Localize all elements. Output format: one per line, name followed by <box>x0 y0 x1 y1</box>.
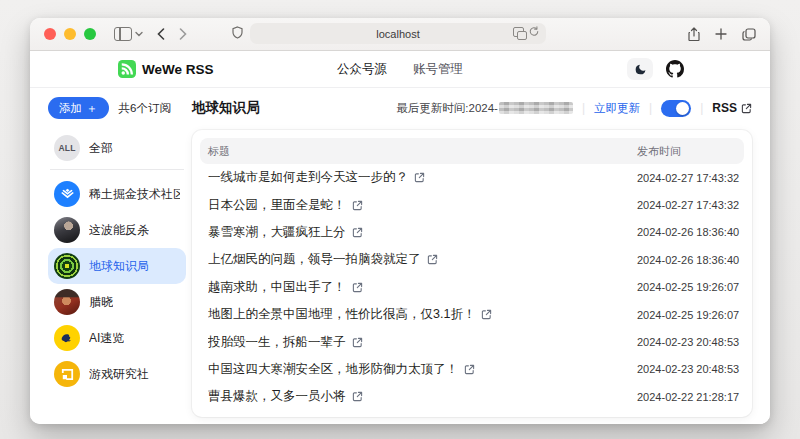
back-icon[interactable] <box>157 28 165 40</box>
publish-time: 2024-02-22 21:28:17 <box>637 391 736 403</box>
publish-time: 2024-02-23 20:48:53 <box>637 336 736 348</box>
article-title-link[interactable]: 投胎毁一生，拆船一辈子 <box>208 334 346 351</box>
sidebar-item[interactable]: 腊晓 <box>48 284 186 320</box>
nav-sources[interactable]: 公众号源 <box>337 61 387 78</box>
game-logo-icon <box>54 361 80 387</box>
user-photo-avatar <box>54 217 80 243</box>
sidebar-toggle-icon[interactable] <box>114 27 132 41</box>
external-link-icon[interactable] <box>352 282 363 293</box>
globe-logo-icon <box>54 253 80 279</box>
table-row: 地图上的全景中国地理，性价比很高，仅3.1折！2024-02-25 19:26:… <box>200 301 744 328</box>
article-table: 标题 发布时间 一线城市是如何走到今天这一步的？2024-02-27 17:43… <box>192 130 752 417</box>
sidebar-item-label: 这波能反杀 <box>89 222 149 239</box>
subscription-list: ALL全部稀土掘金技术社区这波能反杀地球知识局腊晓AI速览游戏研究社 <box>48 130 186 392</box>
last-update-time: 最后更新时间:2024- <box>396 101 573 116</box>
article-title-link[interactable]: 中国这四大寒潮安全区，地形防御力太顶了！ <box>208 361 458 378</box>
sidebar-item[interactable]: 游戏研究社 <box>48 356 186 392</box>
external-link-icon[interactable] <box>414 172 425 183</box>
tabs-overview-icon[interactable] <box>742 28 756 41</box>
column-title: 标题 <box>208 144 637 159</box>
table-row: 上亿烟民的问题，领导一拍脑袋就定了2024-02-26 18:36:40 <box>200 246 744 273</box>
page-content: 添加＋ 共6个订阅 ALL全部稀土掘金技术社区这波能反杀地球知识局腊晓AI速览游… <box>30 88 770 424</box>
app-nav: 公众号源 账号管理 <box>337 61 463 78</box>
dark-mode-button[interactable] <box>627 58 653 80</box>
share-icon[interactable] <box>688 27 700 42</box>
external-link-icon[interactable] <box>352 391 363 402</box>
article-title-link[interactable]: 日本公园，里面全是蛇！ <box>208 197 346 214</box>
sidebar-item-label: 游戏研究社 <box>89 366 149 383</box>
feed-panel: 地球知识局 最后更新时间:2024- | 立即更新 | | RSS <box>192 96 752 417</box>
publish-time: 2024-02-23 20:48:53 <box>637 363 736 375</box>
external-link-icon[interactable] <box>352 200 363 211</box>
chevron-down-icon[interactable] <box>135 31 143 37</box>
sidebar-item[interactable]: 稀土掘金技术社区 <box>48 176 186 212</box>
plus-icon: ＋ <box>86 101 98 116</box>
external-link-icon <box>741 103 752 114</box>
article-title-link[interactable]: 越南求助，中国出手了！ <box>208 279 346 296</box>
table-row: 一线城市是如何走到今天这一步的？2024-02-27 17:43:32 <box>200 164 744 191</box>
nav-accounts[interactable]: 账号管理 <box>413 61 463 78</box>
article-title-link[interactable]: 曹县爆款，又多一员小将 <box>208 388 346 405</box>
publish-time: 2024-02-27 17:43:32 <box>637 172 736 184</box>
subscription-sidebar: 添加＋ 共6个订阅 ALL全部稀土掘金技术社区这波能反杀地球知识局腊晓AI速览游… <box>48 96 186 392</box>
url-text: localhost <box>376 28 419 40</box>
translate-icon[interactable] <box>513 27 524 37</box>
table-header: 标题 发布时间 <box>200 138 744 164</box>
shield-icon[interactable] <box>232 26 243 39</box>
publish-time: 2024-02-27 17:43:32 <box>637 199 736 211</box>
zoom-window-button[interactable] <box>84 28 96 40</box>
juejin-logo-icon <box>54 181 80 207</box>
app-brand[interactable]: WeWe RSS <box>118 60 214 78</box>
article-title-link[interactable]: 地图上的全景中国地理，性价比很高，仅3.1折！ <box>208 306 475 323</box>
table-row: 曹县爆款，又多一员小将2024-02-22 21:28:17 <box>200 383 744 410</box>
article-title-link[interactable]: 上亿烟民的问题，领导一拍脑袋就定了 <box>208 251 421 268</box>
sidebar-item[interactable]: ALL全部 <box>48 130 186 166</box>
sidebar-item[interactable]: 地球知识局 <box>48 248 186 284</box>
publish-time: 2024-02-25 19:26:07 <box>637 281 736 293</box>
sidebar-item-label: 地球知识局 <box>89 258 149 275</box>
minimize-window-button[interactable] <box>64 28 76 40</box>
url-bar[interactable]: localhost <box>250 23 546 44</box>
window-controls <box>44 28 96 40</box>
sidebar-item[interactable]: AI速览 <box>48 320 186 356</box>
all-feeds-avatar: ALL <box>54 135 80 161</box>
browser-toolbar: localhost <box>30 18 770 51</box>
github-icon[interactable] <box>666 60 684 78</box>
app-title: WeWe RSS <box>142 62 214 77</box>
sidebar-item-label: 腊晓 <box>89 294 113 311</box>
article-title-link[interactable]: 一线城市是如何走到今天这一步的？ <box>208 169 408 186</box>
external-link-icon[interactable] <box>464 364 475 375</box>
forward-icon[interactable] <box>179 28 187 40</box>
sidebar-divider <box>50 169 184 170</box>
column-publish-time: 发布时间 <box>637 144 736 159</box>
table-row: 中国这四大寒潮安全区，地形防御力太顶了！2024-02-23 20:48:53 <box>200 356 744 383</box>
redacted-timestamp <box>499 102 573 114</box>
reload-icon[interactable] <box>529 26 539 37</box>
feed-title: 地球知识局 <box>192 99 260 117</box>
table-row: 日本公园，里面全是蛇！2024-02-27 17:43:32 <box>200 191 744 218</box>
browser-window: localhost WeWe RSS <box>30 18 770 424</box>
close-window-button[interactable] <box>44 28 56 40</box>
table-row: 投胎毁一生，拆船一辈子2024-02-23 20:48:53 <box>200 328 744 355</box>
table-row: 越南求助，中国出手了！2024-02-25 19:26:07 <box>200 274 744 301</box>
article-title-link[interactable]: 暴雪寒潮，大疆疯狂上分 <box>208 224 346 241</box>
new-tab-icon[interactable] <box>715 28 727 40</box>
external-link-icon[interactable] <box>352 337 363 348</box>
sidebar-item-label: AI速览 <box>89 330 124 347</box>
table-row: 暴雪寒潮，大疆疯狂上分2024-02-26 18:36:40 <box>200 219 744 246</box>
external-link-icon[interactable] <box>352 227 363 238</box>
sidebar-item[interactable]: 这波能反杀 <box>48 212 186 248</box>
external-link-icon[interactable] <box>427 254 438 265</box>
publish-time: 2024-02-26 18:36:40 <box>637 254 736 266</box>
feed-enabled-toggle[interactable] <box>661 100 691 117</box>
add-subscription-button[interactable]: 添加＋ <box>48 97 109 119</box>
rss-link[interactable]: RSS <box>712 101 752 115</box>
publish-time: 2024-02-26 18:36:40 <box>637 226 736 238</box>
moon-icon <box>634 63 647 76</box>
article-rows: 一线城市是如何走到今天这一步的？2024-02-27 17:43:32日本公园，… <box>200 164 744 411</box>
sidebar-item-label: 全部 <box>89 140 113 157</box>
subscription-count: 共6个订阅 <box>119 101 171 116</box>
refresh-now-link[interactable]: 立即更新 <box>594 101 640 116</box>
user-photo-avatar <box>54 289 80 315</box>
external-link-icon[interactable] <box>481 309 492 320</box>
